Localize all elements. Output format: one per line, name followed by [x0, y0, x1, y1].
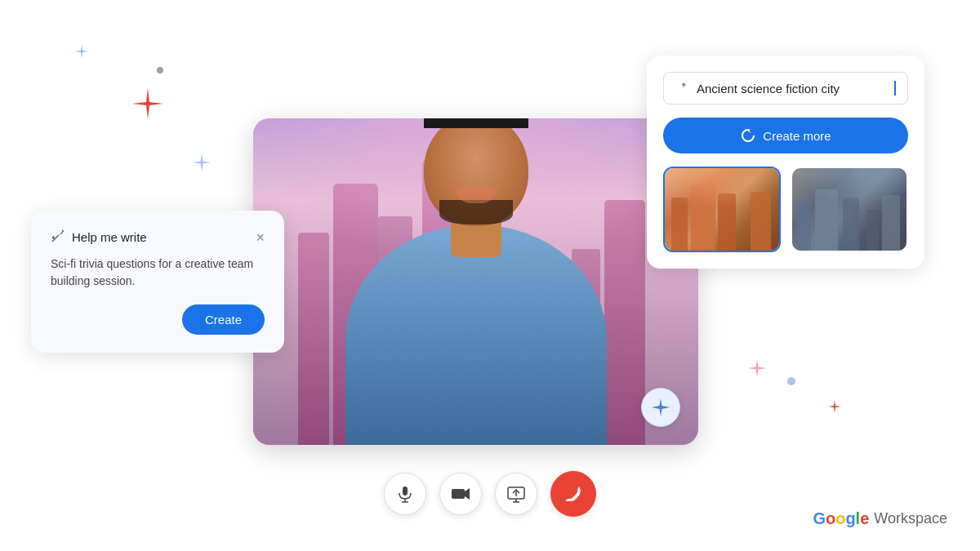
video-person — [253, 118, 698, 445]
image-prompt-input-container[interactable]: Ancient science fiction city — [663, 72, 908, 104]
svg-text:✦: ✦ — [51, 234, 56, 242]
card-header: ✦ Help me write × — [51, 229, 265, 246]
sparkle-red-large — [132, 88, 163, 122]
card-title: ✦ Help me write — [51, 229, 147, 246]
workspace-text: Workspace — [874, 510, 947, 527]
svg-rect-3 — [452, 489, 465, 499]
refresh-icon — [740, 127, 756, 144]
image-prompt-value: Ancient science fiction city — [697, 82, 886, 96]
image-thumbnails — [663, 167, 908, 252]
help-write-title: Help me write — [72, 230, 147, 244]
camera-button[interactable] — [439, 473, 482, 515]
image-generation-card: Ancient science fiction city Create more — [647, 56, 924, 269]
google-logo-text: Google — [813, 509, 869, 528]
text-cursor — [894, 81, 896, 96]
video-call-container — [253, 118, 698, 445]
magic-wand-icon — [675, 82, 688, 95]
create-more-button[interactable]: Create more — [663, 118, 908, 153]
svg-rect-0 — [403, 487, 408, 495]
svg-point-11 — [742, 130, 754, 141]
google-workspace-logo: Google Workspace — [813, 509, 947, 528]
share-screen-button[interactable] — [495, 473, 537, 515]
close-button[interactable]: × — [256, 230, 265, 245]
dot-gray — [157, 67, 163, 73]
sparkle-blue-light — [193, 153, 211, 175]
end-call-button[interactable] — [550, 471, 596, 517]
wand-icon: ✦ — [51, 229, 65, 246]
thumbnail-2[interactable] — [791, 167, 908, 252]
sparkle-pink — [748, 359, 766, 380]
thumbnail-1[interactable] — [663, 167, 781, 252]
svg-marker-4 — [465, 488, 470, 500]
help-me-write-card: ✦ Help me write × Sci-fi trivia question… — [31, 211, 284, 353]
sparkle-blue-small — [75, 45, 88, 61]
help-write-body: Sci-fi trivia questions for a creative t… — [51, 256, 265, 290]
help-write-create-button[interactable]: Create — [182, 304, 265, 335]
video-controls-bar — [384, 471, 596, 517]
sparkle-red-small — [828, 400, 841, 416]
ai-effects-button[interactable] — [641, 388, 680, 427]
mic-button[interactable] — [384, 473, 426, 515]
dot-blue — [787, 377, 795, 385]
